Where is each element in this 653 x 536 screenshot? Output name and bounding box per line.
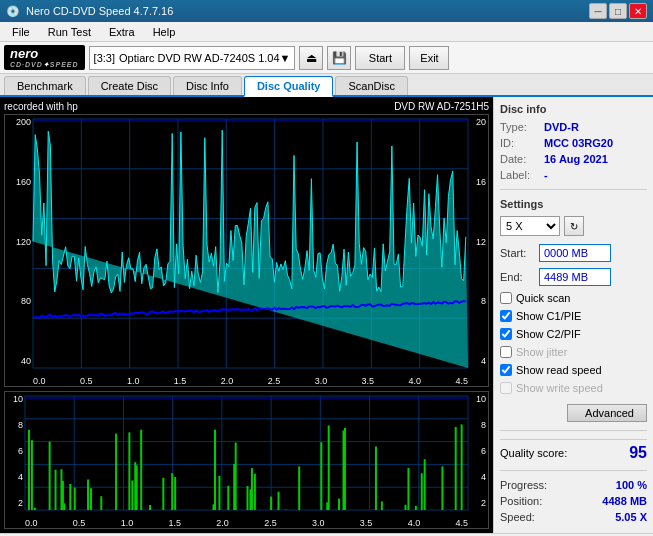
bottom-chart-canvas — [5, 392, 488, 528]
show-c2-checkbox[interactable] — [500, 328, 512, 340]
top-y-left-160: 160 — [7, 177, 31, 187]
progress-value: 100 % — [616, 479, 647, 491]
top-y-left-40: 40 — [7, 356, 31, 366]
show-read-speed-row: Show read speed — [500, 364, 647, 376]
show-write-speed-row: Show write speed — [500, 382, 647, 394]
app-icon: 💿 — [6, 5, 20, 18]
tab-create-disc[interactable]: Create Disc — [88, 76, 171, 95]
end-mb-label: End: — [500, 271, 535, 283]
quick-scan-label: Quick scan — [516, 292, 570, 304]
show-c1-checkbox[interactable] — [500, 310, 512, 322]
bot-y-left-2: 2 — [7, 498, 23, 508]
menu-extra[interactable]: Extra — [101, 25, 143, 39]
speed-select[interactable]: 5 X — [500, 216, 560, 236]
eject-icon-btn[interactable]: ⏏ — [299, 46, 323, 70]
disc-label-value: - — [544, 169, 548, 181]
menu-runtest[interactable]: Run Test — [40, 25, 99, 39]
start-button[interactable]: Start — [355, 46, 405, 70]
disc-label-row: Label: - — [500, 169, 647, 181]
settings-title: Settings — [500, 198, 647, 210]
tabs-bar: Benchmark Create Disc Disc Info Disc Qua… — [0, 74, 653, 97]
show-write-speed-checkbox[interactable] — [500, 382, 512, 394]
minimize-button[interactable]: ─ — [589, 3, 607, 19]
show-read-speed-label: Show read speed — [516, 364, 602, 376]
disc-date-label: Date: — [500, 153, 540, 165]
drive-label: [3:3] — [94, 52, 115, 64]
show-c2-row: Show C2/PIF — [500, 328, 647, 340]
top-x-labels: 0.00.51.01.52.02.53.03.54.04.5 — [33, 376, 468, 386]
bot-y-label-8: 8 — [470, 420, 486, 430]
bot-y-left-8: 8 — [7, 420, 23, 430]
top-y-label-4: 4 — [470, 356, 486, 366]
bot-y-left-10: 10 — [7, 394, 23, 404]
disc-date-value: 16 Aug 2021 — [544, 153, 608, 165]
menu-bar: File Run Test Extra Help — [0, 22, 653, 42]
main-content: recorded with hp DVD RW AD-7251H5 20 16 … — [0, 97, 653, 533]
show-read-speed-checkbox[interactable] — [500, 364, 512, 376]
menu-help[interactable]: Help — [145, 25, 184, 39]
quality-score-row: Quality score: 95 — [500, 439, 647, 462]
bot-y-left-6: 6 — [7, 446, 23, 456]
top-y-label-12: 12 — [470, 237, 486, 247]
save-icon-btn[interactable]: 💾 — [327, 46, 351, 70]
position-value: 4488 MB — [602, 495, 647, 507]
top-y-left-80: 80 — [7, 296, 31, 306]
show-c1-label: Show C1/PIE — [516, 310, 581, 322]
start-mb-label: Start: — [500, 247, 535, 259]
right-panel: Disc info Type: DVD-R ID: MCC 03RG20 Dat… — [493, 97, 653, 533]
disc-label: DVD RW AD-7251H5 — [394, 101, 489, 112]
show-jitter-label: Show jitter — [516, 346, 567, 358]
progress-label: Progress: — [500, 479, 547, 491]
tab-benchmark[interactable]: Benchmark — [4, 76, 86, 95]
speed-value: 5.05 X — [615, 511, 647, 523]
tab-disc-quality[interactable]: Disc Quality — [244, 76, 334, 97]
end-mb-input[interactable] — [539, 268, 611, 286]
bot-y-label-10: 10 — [470, 394, 486, 404]
disc-label-label: Label: — [500, 169, 540, 181]
menu-file[interactable]: File — [4, 25, 38, 39]
start-mb-row: Start: — [500, 244, 647, 262]
disc-type-row: Type: DVD-R — [500, 121, 647, 133]
refresh-icon-btn[interactable]: ↻ — [564, 216, 584, 236]
disc-id-label: ID: — [500, 137, 540, 149]
top-y-label-20: 20 — [470, 117, 486, 127]
tab-disc-info[interactable]: Disc Info — [173, 76, 242, 95]
disc-type-label: Type: — [500, 121, 540, 133]
show-c2-label: Show C2/PIF — [516, 328, 581, 340]
bot-y-label-2: 2 — [470, 498, 486, 508]
top-y-left-200: 200 — [7, 117, 31, 127]
speed-label: Speed: — [500, 511, 535, 523]
speed-row: 5 X ↻ — [500, 216, 647, 236]
top-y-left-120: 120 — [7, 237, 31, 247]
top-chart: 20 16 12 8 4 200 160 120 80 40 0.00.51.0… — [4, 114, 489, 387]
show-write-speed-label: Show write speed — [516, 382, 603, 394]
disc-id-row: ID: MCC 03RG20 — [500, 137, 647, 149]
advanced-button[interactable]: Advanced — [567, 404, 647, 422]
nero-logo: nero CD·DVD✦SPEED — [4, 45, 85, 71]
show-jitter-checkbox[interactable] — [500, 346, 512, 358]
exit-button[interactable]: Exit — [409, 46, 449, 70]
drive-value: Optiarc DVD RW AD-7240S 1.04 — [119, 52, 280, 64]
disc-info-title: Disc info — [500, 103, 647, 115]
bot-x-labels: 0.00.51.01.52.02.53.03.54.04.5 — [25, 518, 468, 528]
maximize-button[interactable]: □ — [609, 3, 627, 19]
position-row: Position: 4488 MB — [500, 495, 647, 507]
end-mb-row: End: — [500, 268, 647, 286]
tab-scandisc[interactable]: ScanDisc — [335, 76, 407, 95]
chart-area: recorded with hp DVD RW AD-7251H5 20 16 … — [0, 97, 493, 533]
bottom-chart: 10 8 6 4 2 10 8 6 4 2 0.00.51.01.52.02.5… — [4, 391, 489, 529]
quick-scan-checkbox[interactable] — [500, 292, 512, 304]
window-controls: ─ □ ✕ — [589, 3, 647, 19]
bot-y-label-4: 4 — [470, 472, 486, 482]
start-mb-input[interactable] — [539, 244, 611, 262]
bot-y-left-4: 4 — [7, 472, 23, 482]
drive-selector[interactable]: [3:3] Optiarc DVD RW AD-7240S 1.04 ▼ — [89, 46, 296, 70]
quality-score-value: 95 — [629, 444, 647, 462]
bot-y-label-6: 6 — [470, 446, 486, 456]
show-c1-row: Show C1/PIE — [500, 310, 647, 322]
disc-date-row: Date: 16 Aug 2021 — [500, 153, 647, 165]
close-button[interactable]: ✕ — [629, 3, 647, 19]
title-bar-text: Nero CD-DVD Speed 4.7.7.16 — [26, 5, 173, 17]
position-label: Position: — [500, 495, 542, 507]
toolbar: nero CD·DVD✦SPEED [3:3] Optiarc DVD RW A… — [0, 42, 653, 74]
